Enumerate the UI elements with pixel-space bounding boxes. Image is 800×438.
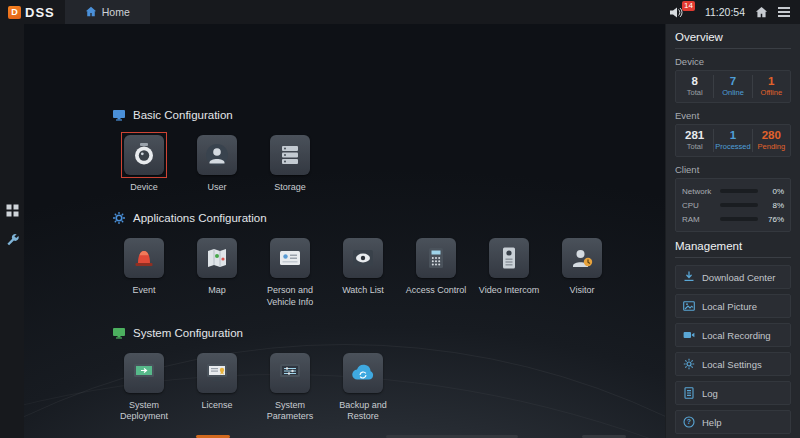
clock-time: 11:20:54 xyxy=(705,6,745,18)
ram-progress-bar xyxy=(720,217,758,221)
management-item-download-center[interactable]: Download Center xyxy=(675,265,791,289)
download-icon xyxy=(683,271,695,283)
tile-watch-list[interactable]: Watch List xyxy=(331,235,395,296)
user-icon xyxy=(197,135,237,175)
home-icon xyxy=(85,6,97,18)
monitor-blue-icon xyxy=(112,108,126,122)
overview-event-label: Event xyxy=(675,110,791,121)
right-panel: Overview Device 8 Total 7 Online 1 Offli… xyxy=(665,24,800,438)
cpu-progress-bar xyxy=(720,203,758,207)
top-bar: D DSS Home 14 11:20:54 xyxy=(0,0,800,24)
device-total-stat: 8 Total xyxy=(676,75,713,98)
recording-icon xyxy=(683,329,695,341)
tile-label: Event xyxy=(132,285,155,296)
section-header: Applications Configuration xyxy=(112,211,665,225)
monitor-green-icon xyxy=(112,326,126,340)
tiles-row: Event Map xyxy=(112,235,665,308)
network-progress-bar xyxy=(720,189,758,193)
dss-logo-icon: D xyxy=(8,6,21,19)
keypad-icon xyxy=(416,238,456,278)
section-header: Basic Configuration xyxy=(112,108,665,122)
configuration-content: Basic Configuration Device xyxy=(24,24,665,422)
menu-icon[interactable] xyxy=(778,5,790,19)
tile-system-deployment[interactable]: System Deployment xyxy=(112,350,176,423)
storage-icon xyxy=(270,135,310,175)
overview-device-label: Device xyxy=(675,56,791,67)
tile-label: Watch List xyxy=(342,285,384,296)
intercom-icon xyxy=(489,238,529,278)
section-header: System Configuration xyxy=(112,326,665,340)
horizontal-scrollbar xyxy=(24,434,665,438)
section-title: Applications Configuration xyxy=(133,212,267,224)
log-document-icon xyxy=(683,387,695,399)
device-selection-border xyxy=(121,132,167,178)
visitor-icon xyxy=(562,238,602,278)
device-online-stat: 7 Online xyxy=(713,75,751,98)
dss-logo: D DSS xyxy=(0,5,65,20)
dss-home-screen: D DSS Home 14 11:20:54 xyxy=(0,0,800,438)
tile-label: Video Intercom xyxy=(479,285,539,296)
section-basic-configuration: Basic Configuration Device xyxy=(112,108,665,193)
management-title: Management xyxy=(675,240,791,258)
topbar-right: 14 11:20:54 xyxy=(669,5,800,19)
tile-video-intercom[interactable]: Video Intercom xyxy=(477,235,541,296)
tile-label: System Deployment xyxy=(112,400,176,423)
tile-label: User xyxy=(207,182,226,193)
tile-label: System Parameters xyxy=(258,400,322,423)
id-card-icon xyxy=(270,238,310,278)
section-system-configuration: System Configuration System Deployment xyxy=(112,326,665,423)
event-total-stat: 281 Total xyxy=(676,129,713,152)
tile-license[interactable]: License xyxy=(185,350,249,411)
tile-label: Backup and Restore xyxy=(331,400,395,423)
dome-camera-icon xyxy=(124,135,164,175)
tab-home[interactable]: Home xyxy=(65,0,150,24)
section-title: Basic Configuration xyxy=(133,109,233,121)
alarm-speaker-icon[interactable]: 14 xyxy=(669,5,685,19)
home-button-icon[interactable] xyxy=(755,6,768,19)
device-stats: 8 Total 7 Online 1 Offline xyxy=(675,70,791,103)
speaker-icon xyxy=(669,6,683,19)
tile-access-control[interactable]: Access Control xyxy=(404,235,468,296)
management-item-local-settings[interactable]: Local Settings xyxy=(675,352,791,376)
tile-label: Storage xyxy=(274,182,306,193)
management-item-log[interactable]: Log xyxy=(675,381,791,405)
tile-event[interactable]: Event xyxy=(112,235,176,296)
management-item-local-picture[interactable]: Local Picture xyxy=(675,294,791,318)
tile-person-vehicle-info[interactable]: Person and Vehicle Info xyxy=(258,235,322,308)
tile-storage[interactable]: Storage xyxy=(258,132,322,193)
device-offline-stat: 1 Offline xyxy=(752,75,790,98)
svg-text:?: ? xyxy=(687,418,691,425)
tab-home-label: Home xyxy=(102,6,130,18)
management-item-local-recording[interactable]: Local Recording xyxy=(675,323,791,347)
client-metrics: Network 0% CPU 8% RAM 76% xyxy=(675,178,791,232)
settings-gear-icon xyxy=(683,358,695,370)
tile-backup-restore[interactable]: Backup and Restore xyxy=(331,350,395,423)
metric-ram: RAM 76% xyxy=(682,212,784,226)
tile-label: Access Control xyxy=(406,285,467,296)
help-icon: ? xyxy=(683,416,695,428)
tile-device[interactable]: Device xyxy=(112,132,176,193)
management-item-help[interactable]: ? Help xyxy=(675,410,791,434)
gear-blue-icon xyxy=(112,211,126,225)
metric-network: Network 0% xyxy=(682,184,784,198)
tile-system-parameters[interactable]: System Parameters xyxy=(258,350,322,423)
tile-label: Device xyxy=(130,182,158,193)
map-icon xyxy=(197,238,237,278)
metric-cpu: CPU 8% xyxy=(682,198,784,212)
tile-map[interactable]: Map xyxy=(185,235,249,296)
tile-label: Person and Vehicle Info xyxy=(258,285,322,308)
event-stats: 281 Total 1 Processed 280 Pending xyxy=(675,124,791,157)
alarm-icon xyxy=(124,238,164,278)
section-applications-configuration: Applications Configuration Event xyxy=(112,211,665,308)
event-processed-stat: 1 Processed xyxy=(713,129,751,152)
overview-title: Overview xyxy=(675,31,791,49)
cloud-backup-icon xyxy=(343,353,383,393)
left-rail xyxy=(0,24,24,438)
event-pending-stat: 280 Pending xyxy=(752,129,790,152)
apps-grid-icon[interactable] xyxy=(6,204,19,217)
wrench-icon[interactable] xyxy=(6,233,19,246)
tile-visitor[interactable]: Visitor xyxy=(550,235,614,296)
eye-icon xyxy=(343,238,383,278)
tile-user[interactable]: User xyxy=(185,132,249,193)
tile-label: Visitor xyxy=(570,285,595,296)
